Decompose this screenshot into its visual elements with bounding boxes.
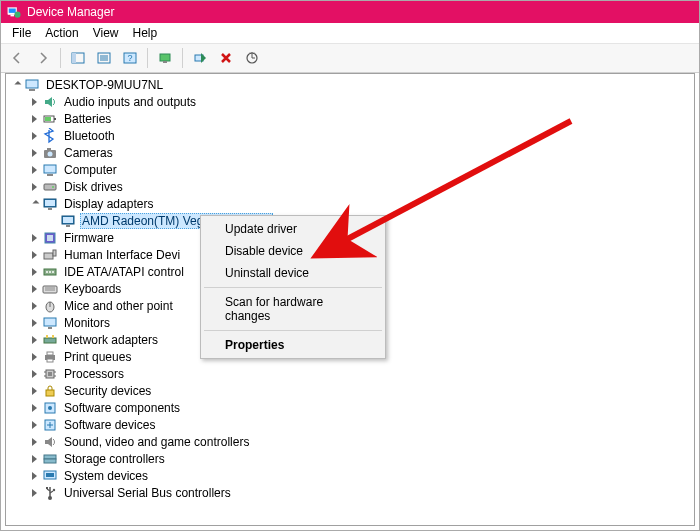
menu-help[interactable]: Help <box>126 24 165 42</box>
expand-toggle[interactable] <box>28 385 40 397</box>
expand-toggle[interactable] <box>28 130 40 142</box>
tree-node-security[interactable]: Security devices <box>28 382 694 399</box>
expand-toggle[interactable] <box>28 487 40 499</box>
svg-point-3 <box>14 12 20 18</box>
tree-label: Display adapters <box>62 197 155 211</box>
menubar: File Action View Help <box>1 23 699 44</box>
tree-label: Disk drives <box>62 180 125 194</box>
tree-node-audio[interactable]: Audio inputs and outputs <box>28 93 694 110</box>
tree-node-batteries[interactable]: Batteries <box>28 110 694 127</box>
expand-toggle[interactable] <box>28 266 40 278</box>
svg-rect-47 <box>44 318 56 326</box>
svg-rect-1 <box>9 9 16 13</box>
expand-toggle[interactable] <box>28 300 40 312</box>
expand-toggle[interactable] <box>28 317 40 329</box>
tree-label: Print queues <box>62 350 133 364</box>
expand-toggle[interactable] <box>28 402 40 414</box>
svg-rect-61 <box>46 390 54 396</box>
menu-uninstall-device[interactable]: Uninstall device <box>203 262 383 284</box>
context-menu: Update driver Disable device Uninstall d… <box>200 215 386 359</box>
tree-node-storage[interactable]: Storage controllers <box>28 450 694 467</box>
menu-disable-device[interactable]: Disable device <box>203 240 383 262</box>
svg-rect-50 <box>46 335 48 338</box>
svg-rect-66 <box>44 459 56 463</box>
expand-toggle[interactable] <box>10 79 22 91</box>
expand-toggle[interactable] <box>28 113 40 125</box>
svg-rect-2 <box>11 15 15 17</box>
tree-node-swcomp[interactable]: Software components <box>28 399 694 416</box>
tree-label: Keyboards <box>62 282 123 296</box>
menu-separator <box>204 287 382 288</box>
tree-node-system[interactable]: System devices <box>28 467 694 484</box>
expand-toggle[interactable] <box>28 368 40 380</box>
expand-toggle[interactable] <box>28 453 40 465</box>
expand-toggle[interactable] <box>28 419 40 431</box>
software-icon <box>42 400 58 416</box>
tree-label: Sound, video and game controllers <box>62 435 251 449</box>
tree-node-display[interactable]: Display adapters <box>28 195 694 212</box>
svg-rect-37 <box>53 250 56 256</box>
svg-rect-32 <box>63 217 73 223</box>
svg-point-41 <box>52 271 54 273</box>
tree-label: Software devices <box>62 418 157 432</box>
expand-toggle[interactable] <box>28 334 40 346</box>
tree-label: Network adapters <box>62 333 160 347</box>
svg-rect-20 <box>45 117 51 121</box>
tree-node-processors[interactable]: Processors <box>28 365 694 382</box>
svg-rect-26 <box>44 184 56 190</box>
svg-rect-51 <box>52 335 54 338</box>
tree-node-computer[interactable]: Computer <box>28 161 694 178</box>
show-hide-tree-button[interactable] <box>66 46 90 70</box>
tree-node-sound[interactable]: Sound, video and game controllers <box>28 433 694 450</box>
expand-toggle[interactable] <box>28 181 40 193</box>
properties-button[interactable] <box>92 46 116 70</box>
expand-toggle[interactable] <box>28 249 40 261</box>
menu-update-driver[interactable]: Update driver <box>203 218 383 240</box>
menu-separator <box>204 330 382 331</box>
tree-label: Mice and other point <box>62 299 175 313</box>
tree-root-row[interactable]: DESKTOP-9MUU7NL <box>10 76 694 93</box>
usb-icon <box>42 485 58 501</box>
tree-label: Batteries <box>62 112 113 126</box>
expand-toggle[interactable] <box>28 164 40 176</box>
tree-label: Human Interface Devi <box>62 248 182 262</box>
expand-toggle[interactable] <box>28 96 40 108</box>
menu-scan-hardware[interactable]: Scan for hardware changes <box>203 291 383 327</box>
update-driver-button[interactable] <box>153 46 177 70</box>
menu-properties[interactable]: Properties <box>203 334 383 356</box>
cpu-icon <box>42 366 58 382</box>
system-icon <box>42 468 58 484</box>
expand-toggle[interactable] <box>28 283 40 295</box>
menu-view[interactable]: View <box>86 24 126 42</box>
tree-node-cameras[interactable]: Cameras <box>28 144 694 161</box>
expand-toggle[interactable] <box>28 470 40 482</box>
nav-forward-button[interactable] <box>31 46 55 70</box>
expand-toggle[interactable] <box>28 147 40 159</box>
tree-node-usb[interactable]: Universal Serial Bus controllers <box>28 484 694 501</box>
enable-device-button[interactable] <box>188 46 212 70</box>
svg-rect-35 <box>47 235 53 241</box>
svg-rect-65 <box>44 455 56 459</box>
menu-file[interactable]: File <box>5 24 38 42</box>
svg-point-39 <box>46 271 48 273</box>
tree-node-bluetooth[interactable]: Bluetooth <box>28 127 694 144</box>
uninstall-device-button[interactable] <box>214 46 238 70</box>
window-title: Device Manager <box>27 5 114 19</box>
tree-node-swdev[interactable]: Software devices <box>28 416 694 433</box>
svg-text:?: ? <box>127 53 132 63</box>
help-button[interactable]: ? <box>118 46 142 70</box>
svg-point-40 <box>49 271 51 273</box>
expand-toggle[interactable] <box>28 198 40 210</box>
svg-rect-25 <box>47 174 53 176</box>
expand-toggle[interactable] <box>28 232 40 244</box>
nav-back-button[interactable] <box>5 46 29 70</box>
computer-icon <box>24 77 40 93</box>
expand-toggle[interactable] <box>28 436 40 448</box>
expand-toggle[interactable] <box>28 351 40 363</box>
tree-label: DESKTOP-9MUU7NL <box>44 78 165 92</box>
menu-action[interactable]: Action <box>38 24 85 42</box>
mouse-icon <box>42 298 58 314</box>
scan-hardware-button[interactable] <box>240 46 264 70</box>
tree-node-disk[interactable]: Disk drives <box>28 178 694 195</box>
printer-icon <box>42 349 58 365</box>
